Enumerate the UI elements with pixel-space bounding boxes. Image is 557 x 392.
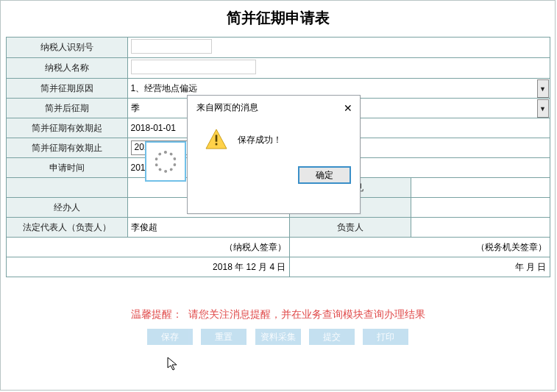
dialog-message: 保存成功！ (238, 134, 282, 146)
svg-rect-2 (216, 143, 218, 146)
close-icon[interactable]: ✕ (344, 102, 352, 114)
message-dialog: 来自网页的消息 ✕ 保存成功！ 确定 (187, 95, 361, 214)
ok-button[interactable]: 确定 (298, 166, 351, 184)
warning-icon (205, 129, 227, 152)
spinner-icon (155, 151, 177, 173)
app-container: 简并征期申请表 纳税人识别号 纳税人名称 简并征期原因 1、经营地点偏远 ▼ 简… (0, 0, 556, 391)
svg-rect-1 (216, 135, 218, 141)
loading-spinner-box (145, 141, 186, 182)
dialog-title: 来自网页的消息 (196, 101, 258, 114)
modal-overlay: 来自网页的消息 ✕ 保存成功！ 确定 (1, 1, 555, 390)
